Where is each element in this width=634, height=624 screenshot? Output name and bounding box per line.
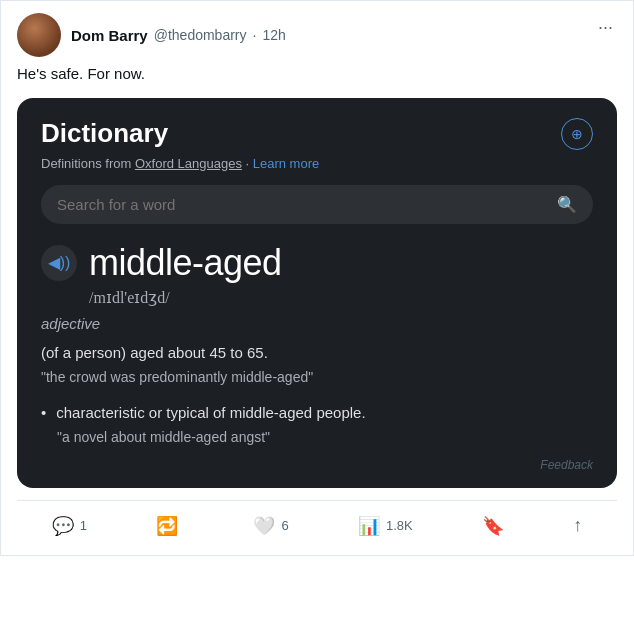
views-button[interactable]: 📊 1.8K: [348, 509, 423, 543]
dict-definition-2-row: • characteristic or typical of middle-ag…: [41, 402, 593, 425]
bookmark-icon: 🔖: [482, 515, 504, 537]
bookmark-button[interactable]: 🔖: [472, 509, 514, 543]
reply-button[interactable]: 💬 1: [42, 509, 97, 543]
dict-search-input[interactable]: [57, 196, 549, 213]
dict-phonetic: /mɪdl'eɪdʒd/: [89, 288, 593, 307]
avatar[interactable]: [17, 13, 61, 57]
dictionary-card: Dictionary ⊕ Definitions from Oxford Lan…: [17, 98, 617, 488]
dict-subtitle: Definitions from Oxford Languages · Lear…: [41, 156, 593, 171]
audio-icon: ◀)): [48, 253, 71, 272]
like-button[interactable]: 🤍 6: [243, 509, 298, 543]
tweet-header: Dom Barry @thedombarry · 12h ···: [17, 13, 617, 57]
user-name-row: Dom Barry @thedombarry · 12h: [71, 27, 286, 44]
dict-header: Dictionary ⊕: [41, 118, 593, 150]
oxford-languages-link[interactable]: Oxford Languages: [135, 156, 242, 171]
dict-part-of-speech: adjective: [41, 315, 593, 332]
audio-button[interactable]: ◀)): [41, 245, 77, 281]
dict-search-bar[interactable]: 🔍: [41, 185, 593, 224]
dict-definition-2-text: characteristic or typical of middle-aged…: [56, 402, 365, 425]
search-icon: 🔍: [557, 195, 577, 214]
dict-settings-icon: ⊕: [571, 126, 583, 142]
tweet-container: Dom Barry @thedombarry · 12h ··· He's sa…: [0, 0, 634, 556]
dict-title: Dictionary: [41, 118, 168, 149]
user-info: Dom Barry @thedombarry · 12h: [71, 27, 286, 44]
dict-example-1: "the crowd was predominantly middle-aged…: [41, 368, 593, 388]
user-name[interactable]: Dom Barry: [71, 27, 148, 44]
dict-word: middle-aged: [89, 242, 282, 284]
tweet-header-left: Dom Barry @thedombarry · 12h: [17, 13, 286, 57]
learn-more-link[interactable]: Learn more: [253, 156, 319, 171]
dict-subtitle-text: Definitions from: [41, 156, 135, 171]
dict-definition-1: (of a person) aged about 45 to 65.: [41, 342, 593, 365]
retweet-icon: 🔁: [156, 515, 178, 537]
dict-bullet: •: [41, 402, 46, 425]
reply-count: 1: [80, 518, 87, 533]
views-count: 1.8K: [386, 518, 413, 533]
like-icon: 🤍: [253, 515, 275, 537]
dict-feedback[interactable]: Feedback: [41, 458, 593, 472]
tweet-actions: 💬 1 🔁 🤍 6 📊 1.8K 🔖 ↑: [17, 500, 617, 543]
share-button[interactable]: ↑: [563, 509, 592, 542]
tweet-text: He's safe. For now.: [17, 63, 617, 86]
tweet-timestamp: 12h: [262, 27, 285, 43]
retweet-button[interactable]: 🔁: [146, 509, 194, 543]
dict-word-row: ◀)) middle-aged: [41, 242, 593, 284]
reply-icon: 💬: [52, 515, 74, 537]
views-icon: 📊: [358, 515, 380, 537]
dict-settings-button[interactable]: ⊕: [561, 118, 593, 150]
more-options-icon[interactable]: ···: [594, 13, 617, 42]
tweet-time: ·: [253, 27, 257, 43]
share-icon: ↑: [573, 515, 582, 536]
like-count: 6: [281, 518, 288, 533]
dict-example-2: "a novel about middle-aged angst": [57, 428, 593, 448]
user-handle[interactable]: @thedombarry: [154, 27, 247, 43]
dict-separator: ·: [242, 156, 253, 171]
